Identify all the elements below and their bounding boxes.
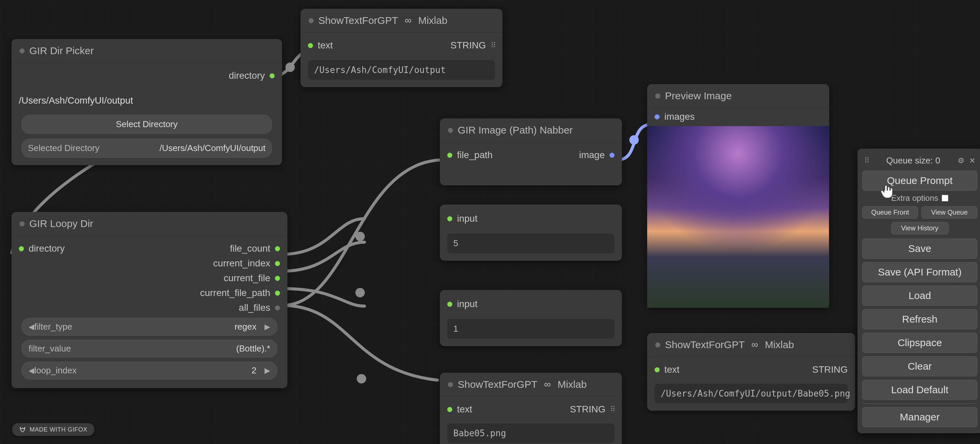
fox-icon [19, 426, 26, 433]
port-dot[interactable] [275, 246, 280, 251]
view-history-button[interactable]: View History [891, 222, 949, 235]
save-api-button[interactable]: Save (API Format) [862, 262, 977, 282]
control-menu[interactable]: ⠿ Queue size: 0 ⚙ ✕ Queue Prompt Extra o… [858, 149, 980, 433]
queue-front-button[interactable]: Queue Front [862, 206, 918, 219]
status-dot [19, 221, 25, 227]
node-showtext-top[interactable]: ShowTextForGPT ∞ Mixlab text STRING ⠿ /U… [301, 9, 503, 87]
svg-point-3 [357, 374, 366, 384]
manager-button[interactable]: Manager [862, 407, 977, 427]
input-value[interactable]: 5 [447, 233, 614, 253]
port-dot[interactable] [275, 305, 280, 311]
refresh-button[interactable]: Refresh [862, 309, 977, 329]
save-button[interactable]: Save [862, 238, 977, 258]
node-title: ShowTextForGPT ∞ Mixlab [458, 379, 587, 390]
node-title: GIR Dir Picker [29, 45, 94, 57]
port-out-file-count: file_count [230, 243, 270, 254]
status-dot [448, 382, 453, 387]
divider [862, 403, 977, 404]
port-out-string: STRING [450, 40, 486, 51]
node-title: Preview Image [665, 90, 732, 101]
path-display: /Users/Ash/ComfyUI/output [19, 95, 275, 106]
filter-value-field[interactable]: filter_value (Bottle).* [22, 340, 277, 358]
port-dot[interactable] [447, 153, 452, 158]
port-in-input: input [457, 299, 477, 309]
status-dot [655, 343, 660, 347]
node-title: ShowTextForGPT ∞ Mixlab [665, 339, 794, 350]
port-in-text: text [457, 404, 472, 415]
port-dot[interactable] [275, 291, 280, 296]
infinity-icon: ∞ [405, 15, 412, 26]
chevron-left-icon[interactable]: ◀ [29, 366, 34, 375]
svg-point-0 [285, 63, 295, 72]
extra-options-checkbox[interactable] [942, 195, 948, 201]
node-showtext-mid[interactable]: ShowTextForGPT ∞ Mixlab text STRING ⠿ Ba… [440, 373, 622, 444]
preview-image-canvas[interactable] [647, 126, 829, 308]
node-input-a[interactable]: input 5 [440, 205, 622, 261]
node-title: GIR Loopy Dir [29, 218, 93, 229]
close-icon[interactable]: ✕ [969, 156, 975, 165]
node-input-b[interactable]: input 1 [440, 290, 622, 346]
chevron-left-icon[interactable]: ◀ [29, 323, 34, 331]
select-directory-button[interactable]: Select Directory [22, 115, 272, 134]
view-queue-button[interactable]: View Queue [921, 206, 977, 219]
gear-icon[interactable]: ⚙ [958, 156, 964, 165]
port-in-directory: directory [29, 243, 65, 254]
port-dot[interactable] [308, 43, 313, 48]
port-in-images: images [664, 111, 695, 122]
text-value[interactable]: Babe05.png [447, 423, 614, 443]
port-dot[interactable] [655, 367, 660, 373]
input-value[interactable]: 1 [447, 319, 614, 339]
port-dot[interactable] [275, 276, 280, 281]
port-out-image: image [579, 150, 605, 160]
port-dot[interactable] [270, 73, 275, 78]
text-value[interactable]: /Users/Ash/ComfyUI/output [308, 60, 495, 80]
infinity-icon: ∞ [751, 339, 758, 350]
status-dot [448, 128, 453, 133]
extra-options-label: Extra options [891, 193, 938, 203]
port-in-text: text [318, 40, 333, 51]
svg-point-2 [355, 288, 365, 297]
node-showtext-right[interactable]: ShowTextForGPT ∞ Mixlab text STRING /Use… [647, 333, 855, 411]
filter-type-stepper[interactable]: ◀ filter_type regex ▶ [22, 318, 277, 336]
svg-point-1 [355, 232, 365, 241]
made-with-badge: MADE WITH GIFOX [12, 423, 94, 436]
port-out-current-index: current_index [213, 258, 270, 269]
load-button[interactable]: Load [862, 285, 977, 306]
status-dot [655, 94, 660, 98]
grip-icon: ⠿ [491, 41, 495, 50]
node-title: ShowTextForGPT ∞ Mixlab [318, 15, 447, 26]
node-preview-image[interactable]: Preview Image images [647, 84, 829, 308]
selected-directory-button[interactable]: Selected Directory /Users/Ash/ComfyUI/ou… [22, 139, 272, 158]
port-out-current-file: current_file [223, 273, 270, 284]
clipspace-button[interactable]: Clipspace [862, 333, 977, 353]
port-dot[interactable] [447, 302, 452, 307]
port-dot[interactable] [655, 114, 660, 119]
loop-index-stepper[interactable]: ◀ loop_index 2 ▶ [22, 362, 277, 379]
drag-handle-icon[interactable]: ⠿ [864, 156, 869, 165]
chevron-right-icon[interactable]: ▶ [264, 366, 270, 375]
status-dot [19, 48, 25, 54]
clear-button[interactable]: Clear [862, 356, 977, 376]
port-out-current-file-path: current_file_path [200, 288, 270, 298]
chevron-right-icon[interactable]: ▶ [264, 323, 270, 331]
port-dot[interactable] [609, 153, 614, 158]
queue-size-label: Queue size: 0 [886, 155, 940, 166]
port-out-string: STRING [570, 404, 605, 415]
node-title: GIR Image (Path) Nabber [458, 124, 573, 136]
port-dot[interactable] [447, 216, 452, 221]
text-value[interactable]: /Users/Ash/ComfyUI/output/Babe05.png [655, 384, 848, 403]
node-gir-image-path-nabber[interactable]: GIR Image (Path) Nabber file_path image [440, 118, 622, 186]
node-gir-dir-picker[interactable]: GIR Dir Picker directory /Users/Ash/Comf… [11, 39, 282, 165]
infinity-icon: ∞ [544, 379, 551, 390]
status-dot [309, 18, 313, 23]
queue-prompt-button[interactable]: Queue Prompt [862, 171, 977, 191]
port-in-input: input [457, 213, 477, 224]
port-dot[interactable] [447, 407, 452, 412]
node-gir-loopy-dir[interactable]: GIR Loopy Dir directory file_count curre… [11, 212, 287, 388]
port-out-directory: directory [229, 70, 265, 81]
load-default-button[interactable]: Load Default [862, 380, 977, 400]
port-in-file-path: file_path [457, 150, 493, 160]
grip-icon: ⠿ [610, 405, 614, 414]
port-dot[interactable] [19, 246, 24, 251]
port-dot[interactable] [275, 261, 280, 266]
